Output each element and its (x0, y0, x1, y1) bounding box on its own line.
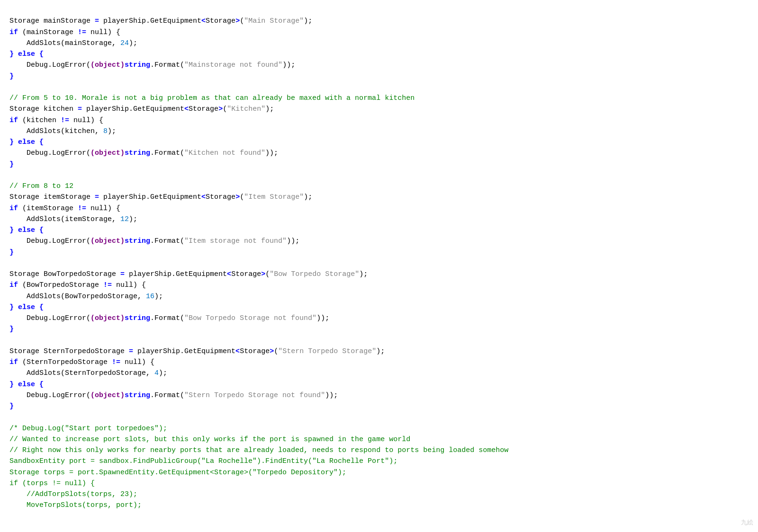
line-12: } (9, 160, 14, 168)
line-2: if (mainStorage != null) { (9, 28, 120, 36)
line-blank-5 (9, 413, 14, 421)
line-blank-1 (9, 83, 14, 91)
line-19: Storage BowTorpedoStorage = playerShip.G… (9, 270, 368, 278)
line-14: if (itemStorage != null) { (9, 204, 120, 213)
line-20: if (BowTorpedoStorage != null) { (9, 281, 146, 289)
line-23: Debug.LogError((object)string.Format("Bo… (9, 314, 329, 322)
line-1: Storage mainStorage = playerShip.GetEqui… (9, 17, 312, 25)
line-33: if (torps != null) { (9, 479, 95, 488)
line-34: //AddTorpSlots(torps, 23); (9, 490, 137, 498)
line-blank-2 (9, 171, 14, 179)
line-comment-2: // From 8 to 12 (9, 182, 73, 190)
line-comment-1: // From 5 to 10. Morale is not a big pro… (9, 94, 415, 102)
line-comment-block-1: /* Debug.Log("Start port torpedoes"); (9, 425, 167, 433)
line-comment-block-3: // Right now this only works for nearby … (9, 446, 508, 454)
line-15: AddSlots(itemStorage, 12); (9, 215, 137, 223)
line-blank-3 (9, 259, 14, 267)
line-13: Storage itemStorage = playerShip.GetEqui… (9, 193, 312, 201)
line-35: MoveTorpSlots(torps, port); (9, 501, 142, 509)
line-22: } else { (9, 303, 44, 311)
line-10: } else { (9, 138, 44, 146)
line-18: } (9, 248, 14, 257)
line-16: } else { (9, 226, 44, 234)
line-25: Storage SternTorpedoStorage = playerShip… (9, 347, 385, 355)
line-7: Storage kitchen = playerShip.GetEquipmen… (9, 105, 274, 113)
line-9: AddSlots(kitchen, 8); (9, 127, 116, 135)
line-6: } (9, 72, 14, 80)
line-28: } else { (9, 381, 44, 389)
line-21: AddSlots(BowTorpedoStorage, 16); (9, 293, 163, 301)
line-8: if (kitchen != null) { (9, 116, 103, 124)
line-31: SandboxEntity port = sandbox.FindPublicG… (9, 457, 397, 465)
line-27: AddSlots(SternTorpedoStorage, 4); (9, 369, 167, 377)
line-5: Debug.LogError((object)string.Format("Ma… (9, 61, 295, 69)
code-editor: Storage mainStorage = playerShip.GetEqui… (9, 5, 749, 511)
line-11: Debug.LogError((object)string.Format("Ki… (9, 149, 278, 157)
line-17: Debug.LogError((object)string.Format("It… (9, 237, 299, 245)
line-3: AddSlots(mainStorage, 24); (9, 39, 137, 47)
line-24: } (9, 325, 14, 333)
line-30: } (9, 402, 14, 410)
line-26: if (SternTorpedoStorage != null) { (9, 358, 154, 366)
line-4: } else { (9, 50, 44, 58)
watermark: 九絵 (741, 518, 753, 527)
line-blank-4 (9, 337, 14, 345)
line-29: Debug.LogError((object)string.Format("St… (9, 391, 338, 399)
line-comment-block-2: // Wanted to increase port slots, but th… (9, 435, 410, 443)
line-32: Storage torps = port.SpawnedEntity.GetEq… (9, 469, 346, 477)
